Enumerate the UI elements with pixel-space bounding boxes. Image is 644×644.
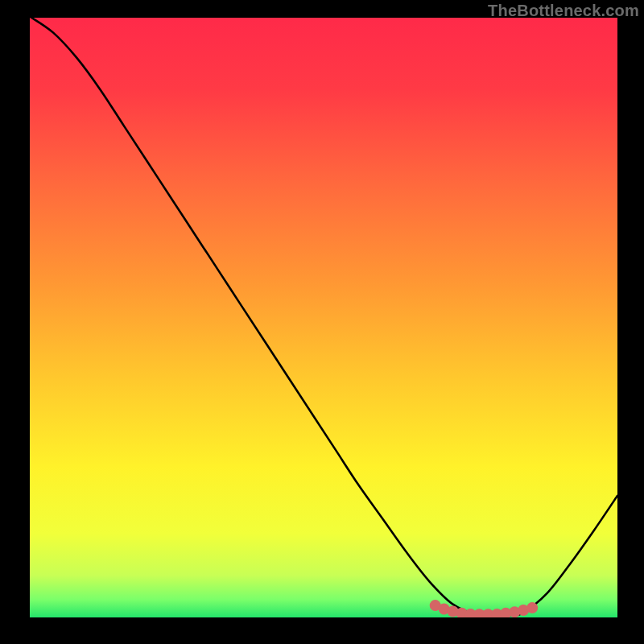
- chart-svg: [30, 18, 617, 617]
- watermark-text: TheBottleneck.com: [488, 2, 639, 20]
- plot-area: [30, 18, 617, 617]
- chart-container: TheBottleneck.com: [0, 0, 644, 644]
- gradient-background: [30, 18, 617, 617]
- valley-dot: [526, 602, 538, 613]
